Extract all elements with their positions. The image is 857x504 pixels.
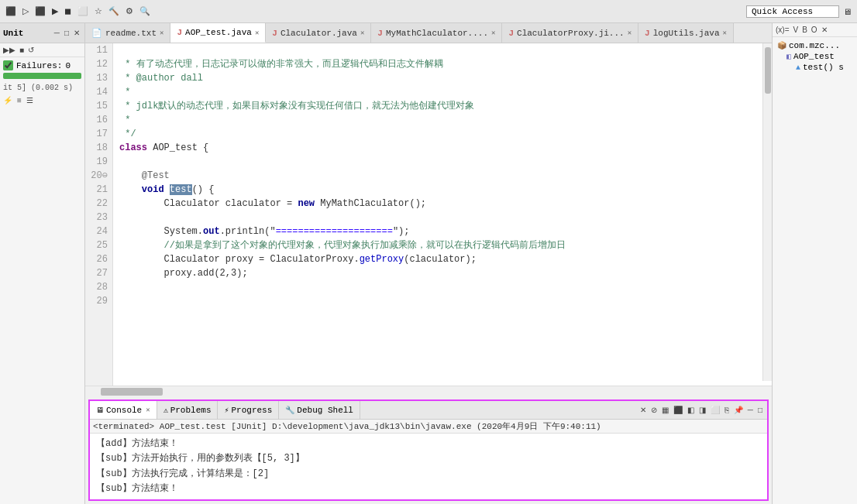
close-left-btn[interactable]: ✕ bbox=[72, 28, 81, 38]
toolbar-btn-7[interactable]: 🔨 bbox=[106, 5, 122, 17]
toolbar-btn-1[interactable]: ⬛ bbox=[3, 5, 19, 17]
ln-29: 29 bbox=[90, 294, 108, 308]
console-btn-4[interactable]: ⬛ bbox=[672, 405, 684, 415]
tab-claculator-label: Claculator.java bbox=[281, 29, 357, 38]
console-output[interactable]: 【add】方法结束！ 【sub】方法开始执行，用的参数列表【[5, 3]】 【s… bbox=[90, 434, 767, 499]
right-btn-2[interactable]: V bbox=[792, 25, 800, 35]
tab-claculator-close[interactable]: ✕ bbox=[360, 29, 364, 37]
tab-aop-icon: J bbox=[177, 28, 182, 37]
stop-btn[interactable]: ■ bbox=[18, 45, 26, 55]
console-minimize-btn[interactable]: ─ bbox=[746, 405, 755, 415]
tree-class-label: AOP_test bbox=[793, 52, 835, 61]
left-icon-3[interactable]: ☰ bbox=[25, 95, 35, 105]
ln-16: 16 bbox=[90, 113, 108, 127]
toolbar-btn-run[interactable]: ▶ bbox=[50, 5, 60, 17]
failures-text: Failures: bbox=[16, 61, 62, 70]
tab-readme-label: readme.txt bbox=[105, 29, 157, 38]
ln-22: 22 bbox=[90, 197, 108, 211]
debug-shell-tab-label: Debug Shell bbox=[297, 406, 353, 415]
tab-proxy[interactable]: J ClaculatorProxy.ji... ✕ bbox=[502, 23, 638, 43]
console-btn-5[interactable]: ◧ bbox=[686, 405, 696, 415]
ln-12: 12 bbox=[90, 57, 108, 71]
right-btn-x[interactable]: ✕ bbox=[820, 25, 829, 35]
h-scroll-thumb[interactable] bbox=[101, 388, 163, 396]
quick-access-box[interactable]: Quick Access bbox=[746, 5, 839, 18]
right-tree: 📦 com.mzc... ◧ AOP_test ▲ test() s bbox=[773, 37, 857, 76]
toolbar-btn-4[interactable]: ◼ bbox=[62, 5, 74, 17]
right-btn-3[interactable]: B bbox=[800, 25, 809, 35]
horizontal-scrollbar[interactable] bbox=[85, 386, 772, 396]
tab-console[interactable]: 🖥 Console ✕ bbox=[90, 401, 157, 419]
vertical-scrollbar[interactable] bbox=[762, 43, 772, 381]
console-btn-3[interactable]: ▦ bbox=[660, 405, 670, 415]
toolbar-btn-minimize[interactable]: 🖥 bbox=[841, 6, 854, 17]
console-btn-7[interactable]: ⬜ bbox=[709, 405, 721, 415]
tab-progress[interactable]: ⚡ Progress bbox=[218, 401, 279, 419]
rerun-failed-btn[interactable]: ↺ bbox=[26, 45, 36, 55]
console-line-2: 【sub】方法开始执行，用的参数列表【[5, 3]】 bbox=[96, 451, 761, 466]
console-btn-copy[interactable]: ⎘ bbox=[723, 405, 731, 415]
tab-mymath-close[interactable]: ✕ bbox=[491, 29, 495, 37]
minimize-left-btn[interactable]: ─ bbox=[53, 28, 61, 38]
console-btn-pin[interactable]: 📌 bbox=[732, 405, 745, 415]
problems-icon: ⚠ bbox=[163, 406, 168, 415]
code-line-13: * @author dall bbox=[119, 71, 766, 85]
test-progress-bar bbox=[3, 73, 81, 79]
console-maximize-btn[interactable]: □ bbox=[756, 405, 764, 415]
tab-logutils-close[interactable]: ✕ bbox=[723, 29, 727, 37]
left-icon-2[interactable]: ≡ bbox=[15, 95, 23, 105]
tab-logutils-icon: J bbox=[645, 29, 650, 38]
left-panel: Unit ─ □ ✕ ▶▶ ■ ↺ Failures: 0 it 5] (0.0… bbox=[0, 23, 85, 504]
console-btn-2[interactable]: ⊘ bbox=[649, 405, 659, 415]
tab-aop-test[interactable]: J AOP_test.java ✕ bbox=[170, 23, 266, 43]
toolbar-btn-5[interactable]: ⬜ bbox=[75, 5, 91, 17]
toolbar-btn-8[interactable]: ⚙ bbox=[123, 5, 136, 17]
code-line-12: * 有了动态代理，日志记录可以做的非常强大，而且逻辑代码和日志文件解耦 bbox=[119, 57, 766, 71]
maximize-left-btn[interactable]: □ bbox=[63, 28, 71, 38]
tab-readme[interactable]: 📄 readme.txt ✕ bbox=[85, 23, 170, 43]
console-btn-6[interactable]: ◨ bbox=[697, 405, 707, 415]
ln-19: 19 bbox=[90, 155, 108, 169]
editor-scroll-area: 11 12 13 14 15 16 17 18 19 20⊖ 21 22 23 … bbox=[85, 43, 772, 386]
tab-readme-close[interactable]: ✕ bbox=[160, 29, 163, 37]
tab-proxy-close[interactable]: ✕ bbox=[628, 29, 632, 37]
console-line-4: 【sub】方法结束！ bbox=[96, 482, 761, 496]
tab-readme-icon: 📄 bbox=[91, 28, 102, 38]
editor-tabs: 📄 readme.txt ✕ J AOP_test.java ✕ J Clacu… bbox=[85, 23, 772, 43]
ln-24: 24 bbox=[90, 225, 108, 238]
toolbar-btn-9[interactable]: 🔍 bbox=[137, 5, 153, 17]
left-icon-1[interactable]: ⚡ bbox=[2, 95, 14, 105]
scroll-thumb[interactable] bbox=[765, 47, 771, 94]
code-area[interactable]: * 有了动态代理，日志记录可以做的非常强大，而且逻辑代码和日志文件解耦 * @a… bbox=[113, 43, 772, 386]
right-btn-O[interactable]: O bbox=[810, 25, 819, 35]
clear-console-btn[interactable]: ✕ bbox=[638, 405, 648, 415]
package-icon: 📦 bbox=[777, 41, 786, 50]
quick-access-label: Quick Access bbox=[752, 7, 813, 16]
tree-item-package[interactable]: 📦 com.mzc... bbox=[776, 40, 854, 51]
tab-problems[interactable]: ⚠ Problems bbox=[157, 401, 219, 419]
toolbar-btn-3[interactable]: ⬛ bbox=[33, 5, 48, 17]
code-line-19 bbox=[119, 155, 766, 169]
toolbar-btn-6[interactable]: ☆ bbox=[92, 5, 105, 17]
failures-bar: Failures: 0 bbox=[0, 57, 84, 82]
failures-checkbox[interactable] bbox=[3, 60, 13, 70]
tab-mymath[interactable]: J MyMathClaculator.... ✕ bbox=[371, 23, 502, 43]
tab-debug-shell[interactable]: 🔧 Debug Shell bbox=[279, 401, 360, 419]
test-icon: ▲ bbox=[796, 63, 800, 72]
tab-claculator[interactable]: J Claculator.java ✕ bbox=[266, 23, 371, 43]
tab-aop-close[interactable]: ✕ bbox=[255, 29, 259, 37]
tree-item-test[interactable]: ▲ test() s bbox=[794, 62, 854, 73]
tree-item-class[interactable]: ◧ AOP_test bbox=[785, 51, 854, 62]
ln-27: 27 bbox=[90, 266, 108, 280]
ln-14: 14 bbox=[90, 85, 108, 99]
progress-bar-fill bbox=[3, 73, 81, 79]
main-toolbar: ⬛ ▷ ⬛ ▶ ◼ ⬜ ☆ 🔨 ⚙ 🔍 Quick Access 🖥 bbox=[0, 0, 857, 23]
toolbar-btn-2[interactable]: ▷ bbox=[20, 5, 31, 17]
debug-shell-icon: 🔧 bbox=[285, 406, 294, 415]
right-btn-1[interactable]: (x)= bbox=[774, 25, 791, 35]
ln-26: 26 bbox=[90, 252, 108, 266]
tab-logutils[interactable]: J logUtils.java ✕ bbox=[638, 23, 734, 43]
center-area: 📄 readme.txt ✕ J AOP_test.java ✕ J Clacu… bbox=[85, 23, 772, 504]
rerun-btn[interactable]: ▶▶ bbox=[2, 45, 17, 55]
code-line-21: void test() { bbox=[119, 183, 766, 197]
